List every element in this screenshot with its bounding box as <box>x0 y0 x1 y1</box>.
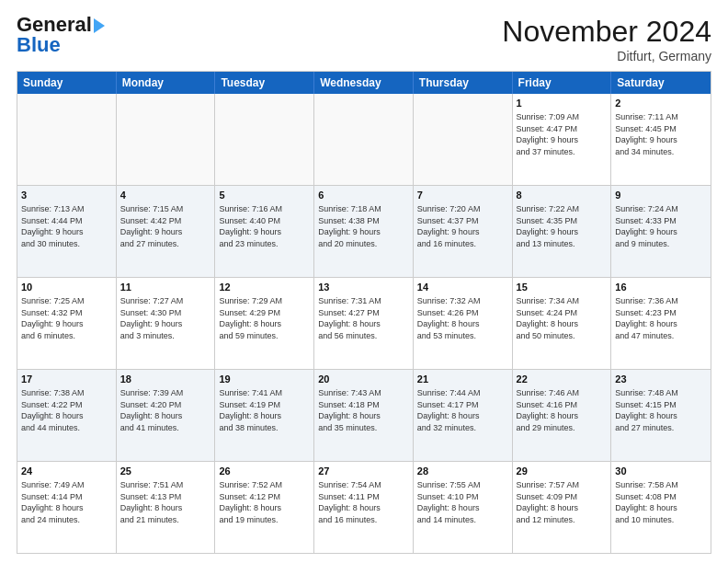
cell-info: Sunrise: 7:44 AM Sunset: 4:17 PM Dayligh… <box>417 388 481 432</box>
cell-info: Sunrise: 7:32 AM Sunset: 4:26 PM Dayligh… <box>417 296 481 340</box>
day-number: 26 <box>219 465 310 478</box>
day-number: 2 <box>615 97 707 110</box>
day-number: 18 <box>120 373 211 386</box>
day-number: 9 <box>615 189 707 202</box>
day-number: 24 <box>21 465 112 478</box>
calendar-header: SundayMondayTuesdayWednesdayThursdayFrid… <box>17 72 711 94</box>
day-number: 19 <box>219 373 310 386</box>
cal-cell-empty <box>314 94 414 185</box>
cell-info: Sunrise: 7:25 AM Sunset: 4:32 PM Dayligh… <box>21 296 85 340</box>
day-number: 29 <box>517 465 608 478</box>
cell-info: Sunrise: 7:49 AM Sunset: 4:14 PM Dayligh… <box>21 480 85 524</box>
cell-info: Sunrise: 7:13 AM Sunset: 4:44 PM Dayligh… <box>21 204 85 248</box>
cal-header-sunday: Sunday <box>17 72 117 94</box>
header: General Blue November 2024 Ditfurt, Germ… <box>17 15 711 63</box>
cal-row-3: 17Sunrise: 7:38 AM Sunset: 4:22 PM Dayli… <box>17 369 711 461</box>
cal-cell-27: 27Sunrise: 7:54 AM Sunset: 4:11 PM Dayli… <box>314 462 414 553</box>
cell-info: Sunrise: 7:57 AM Sunset: 4:09 PM Dayligh… <box>517 480 580 524</box>
cal-row-1: 3Sunrise: 7:13 AM Sunset: 4:44 PM Daylig… <box>17 185 711 277</box>
logo-general: General <box>17 15 105 35</box>
cal-header-friday: Friday <box>513 72 612 94</box>
cell-info: Sunrise: 7:31 AM Sunset: 4:27 PM Dayligh… <box>318 296 381 340</box>
cal-cell-13: 13Sunrise: 7:31 AM Sunset: 4:27 PM Dayli… <box>314 278 414 369</box>
cell-info: Sunrise: 7:20 AM Sunset: 4:37 PM Dayligh… <box>417 204 481 248</box>
cell-info: Sunrise: 7:29 AM Sunset: 4:29 PM Dayligh… <box>219 296 282 340</box>
day-number: 14 <box>417 281 508 294</box>
day-number: 3 <box>21 189 112 202</box>
page: General Blue November 2024 Ditfurt, Germ… <box>0 0 728 563</box>
cell-info: Sunrise: 7:48 AM Sunset: 4:15 PM Dayligh… <box>615 388 678 432</box>
cell-info: Sunrise: 7:18 AM Sunset: 4:38 PM Dayligh… <box>318 204 381 248</box>
cal-cell-23: 23Sunrise: 7:48 AM Sunset: 4:15 PM Dayli… <box>611 370 711 461</box>
cal-cell-29: 29Sunrise: 7:57 AM Sunset: 4:09 PM Dayli… <box>513 462 612 553</box>
location: Ditfurt, Germany <box>502 49 711 63</box>
day-number: 28 <box>417 465 508 478</box>
cal-cell-1: 1Sunrise: 7:09 AM Sunset: 4:47 PM Daylig… <box>513 94 612 185</box>
day-number: 1 <box>517 97 608 110</box>
cell-info: Sunrise: 7:58 AM Sunset: 4:08 PM Dayligh… <box>615 480 678 524</box>
logo-blue: Blue <box>17 35 61 55</box>
cal-cell-18: 18Sunrise: 7:39 AM Sunset: 4:20 PM Dayli… <box>117 370 216 461</box>
day-number: 15 <box>517 281 608 294</box>
cell-info: Sunrise: 7:46 AM Sunset: 4:16 PM Dayligh… <box>517 388 580 432</box>
cal-cell-20: 20Sunrise: 7:43 AM Sunset: 4:18 PM Dayli… <box>314 370 414 461</box>
cell-info: Sunrise: 7:41 AM Sunset: 4:19 PM Dayligh… <box>219 388 282 432</box>
title-block: November 2024 Ditfurt, Germany <box>502 15 711 63</box>
cal-cell-19: 19Sunrise: 7:41 AM Sunset: 4:19 PM Dayli… <box>215 370 314 461</box>
cal-cell-9: 9Sunrise: 7:24 AM Sunset: 4:33 PM Daylig… <box>611 186 711 277</box>
cell-info: Sunrise: 7:38 AM Sunset: 4:22 PM Dayligh… <box>21 388 85 432</box>
cell-info: Sunrise: 7:24 AM Sunset: 4:33 PM Dayligh… <box>615 204 678 248</box>
cal-cell-15: 15Sunrise: 7:34 AM Sunset: 4:24 PM Dayli… <box>513 278 612 369</box>
day-number: 20 <box>318 373 409 386</box>
cell-info: Sunrise: 7:43 AM Sunset: 4:18 PM Dayligh… <box>318 388 381 432</box>
cal-cell-16: 16Sunrise: 7:36 AM Sunset: 4:23 PM Dayli… <box>611 278 711 369</box>
cal-cell-14: 14Sunrise: 7:32 AM Sunset: 4:26 PM Dayli… <box>414 278 513 369</box>
calendar: SundayMondayTuesdayWednesdayThursdayFrid… <box>17 71 711 554</box>
cal-cell-empty <box>117 94 216 185</box>
cal-cell-10: 10Sunrise: 7:25 AM Sunset: 4:32 PM Dayli… <box>17 278 117 369</box>
cell-info: Sunrise: 7:52 AM Sunset: 4:12 PM Dayligh… <box>219 480 282 524</box>
cal-cell-25: 25Sunrise: 7:51 AM Sunset: 4:13 PM Dayli… <box>117 462 216 553</box>
cell-info: Sunrise: 7:15 AM Sunset: 4:42 PM Dayligh… <box>120 204 184 248</box>
cal-cell-empty <box>215 94 314 185</box>
cal-cell-12: 12Sunrise: 7:29 AM Sunset: 4:29 PM Dayli… <box>215 278 314 369</box>
logo: General Blue <box>17 15 105 55</box>
month-title: November 2024 <box>502 15 711 49</box>
cal-cell-empty <box>17 94 117 185</box>
cal-cell-21: 21Sunrise: 7:44 AM Sunset: 4:17 PM Dayli… <box>414 370 513 461</box>
cal-cell-empty <box>414 94 513 185</box>
day-number: 10 <box>21 281 112 294</box>
cal-header-tuesday: Tuesday <box>215 72 314 94</box>
cal-cell-26: 26Sunrise: 7:52 AM Sunset: 4:12 PM Dayli… <box>215 462 314 553</box>
day-number: 6 <box>318 189 409 202</box>
cal-cell-17: 17Sunrise: 7:38 AM Sunset: 4:22 PM Dayli… <box>17 370 117 461</box>
day-number: 23 <box>615 373 707 386</box>
day-number: 5 <box>219 189 310 202</box>
cell-info: Sunrise: 7:22 AM Sunset: 4:35 PM Dayligh… <box>517 204 580 248</box>
day-number: 30 <box>615 465 707 478</box>
day-number: 27 <box>318 465 409 478</box>
cal-header-wednesday: Wednesday <box>314 72 414 94</box>
day-number: 12 <box>219 281 310 294</box>
cal-cell-24: 24Sunrise: 7:49 AM Sunset: 4:14 PM Dayli… <box>17 462 117 553</box>
day-number: 7 <box>417 189 508 202</box>
cal-cell-22: 22Sunrise: 7:46 AM Sunset: 4:16 PM Dayli… <box>513 370 612 461</box>
calendar-body: 1Sunrise: 7:09 AM Sunset: 4:47 PM Daylig… <box>17 94 711 553</box>
day-number: 22 <box>517 373 608 386</box>
cal-cell-30: 30Sunrise: 7:58 AM Sunset: 4:08 PM Dayli… <box>611 462 711 553</box>
cal-row-0: 1Sunrise: 7:09 AM Sunset: 4:47 PM Daylig… <box>17 94 711 185</box>
cal-cell-4: 4Sunrise: 7:15 AM Sunset: 4:42 PM Daylig… <box>117 186 216 277</box>
day-number: 17 <box>21 373 112 386</box>
cal-header-monday: Monday <box>117 72 216 94</box>
day-number: 21 <box>417 373 508 386</box>
cell-info: Sunrise: 7:16 AM Sunset: 4:40 PM Dayligh… <box>219 204 282 248</box>
cal-cell-8: 8Sunrise: 7:22 AM Sunset: 4:35 PM Daylig… <box>513 186 612 277</box>
day-number: 11 <box>120 281 211 294</box>
cell-info: Sunrise: 7:55 AM Sunset: 4:10 PM Dayligh… <box>417 480 481 524</box>
day-number: 25 <box>120 465 211 478</box>
cal-row-2: 10Sunrise: 7:25 AM Sunset: 4:32 PM Dayli… <box>17 277 711 369</box>
logo-arrow-icon <box>94 18 105 33</box>
cal-row-4: 24Sunrise: 7:49 AM Sunset: 4:14 PM Dayli… <box>17 461 711 553</box>
day-number: 8 <box>517 189 608 202</box>
cal-cell-2: 2Sunrise: 7:11 AM Sunset: 4:45 PM Daylig… <box>611 94 711 185</box>
